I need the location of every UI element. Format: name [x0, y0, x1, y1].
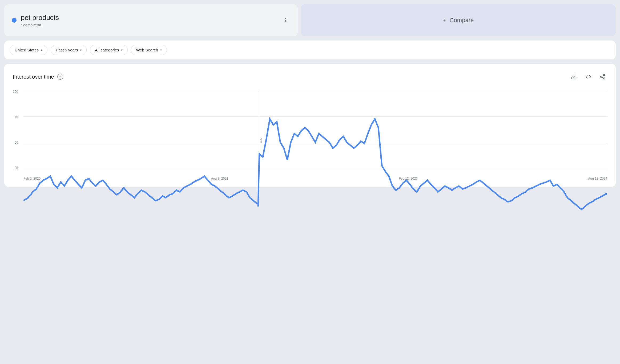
categories-filter-label: All categories: [95, 48, 119, 52]
chart-title-area: Interest over time ?: [13, 74, 63, 80]
x-axis: Feb 2, 2020 Aug 8, 2021 Feb 12, 2023 Aug…: [23, 172, 607, 180]
compare-label: Compare: [450, 17, 474, 24]
embed-button[interactable]: [584, 72, 593, 81]
categories-filter-button[interactable]: All categories ▾: [90, 45, 128, 55]
chart-actions: [569, 72, 607, 81]
location-filter-button[interactable]: United States ▾: [10, 45, 47, 55]
svg-point-2: [285, 21, 286, 22]
download-button[interactable]: [569, 72, 578, 81]
time-range-chevron-icon: ▾: [80, 48, 82, 52]
share-button[interactable]: [598, 72, 607, 81]
search-card: pet products Search term: [4, 4, 298, 36]
more-options-button[interactable]: [281, 15, 290, 25]
chart-header: Interest over time ?: [13, 72, 607, 81]
chart-area: 100 75 50 25 Note Feb 2, 2020 Aug 8, 202…: [23, 90, 607, 180]
x-label-aug-2021: Aug 8, 2021: [211, 177, 228, 180]
search-type-filter-label: Web Search: [136, 48, 158, 52]
y-label-25: 25: [15, 166, 20, 170]
y-label-100: 100: [13, 90, 20, 94]
y-label-75: 75: [15, 115, 20, 119]
search-card-left: pet products Search term: [12, 14, 59, 27]
compare-inner: + Compare: [443, 17, 474, 24]
y-label-50: 50: [15, 141, 20, 144]
categories-chevron-icon: ▾: [121, 48, 123, 52]
x-label-aug-2024: Aug 18, 2024: [588, 177, 607, 180]
chart-title: Interest over time: [13, 74, 54, 80]
search-term-info: pet products Search term: [21, 14, 59, 27]
svg-line-8: [602, 75, 603, 76]
search-term-subtitle: Search term: [21, 23, 59, 27]
svg-point-0: [285, 18, 286, 19]
svg-point-1: [285, 20, 286, 21]
filters-bar: United States ▾ Past 5 years ▾ All categ…: [4, 41, 616, 59]
location-filter-label: United States: [15, 48, 39, 52]
x-label-feb-2023: Feb 12, 2023: [399, 177, 418, 180]
search-type-filter-button[interactable]: Web Search ▾: [131, 45, 167, 55]
blue-dot-indicator: [12, 18, 17, 23]
time-range-filter-label: Past 5 years: [56, 48, 78, 52]
search-term-title: pet products: [21, 14, 59, 22]
search-type-chevron-icon: ▾: [160, 48, 162, 52]
interest-over-time-card: Interest over time ?: [4, 64, 616, 187]
svg-line-7: [602, 77, 603, 78]
y-axis: 100 75 50 25: [13, 90, 20, 170]
compare-plus-icon: +: [443, 17, 446, 24]
time-range-filter-button[interactable]: Past 5 years ▾: [51, 45, 87, 55]
location-chevron-icon: ▾: [41, 48, 42, 52]
compare-card[interactable]: + Compare: [301, 4, 616, 36]
help-icon[interactable]: ?: [57, 74, 63, 80]
x-label-feb-2020: Feb 2, 2020: [23, 177, 41, 180]
